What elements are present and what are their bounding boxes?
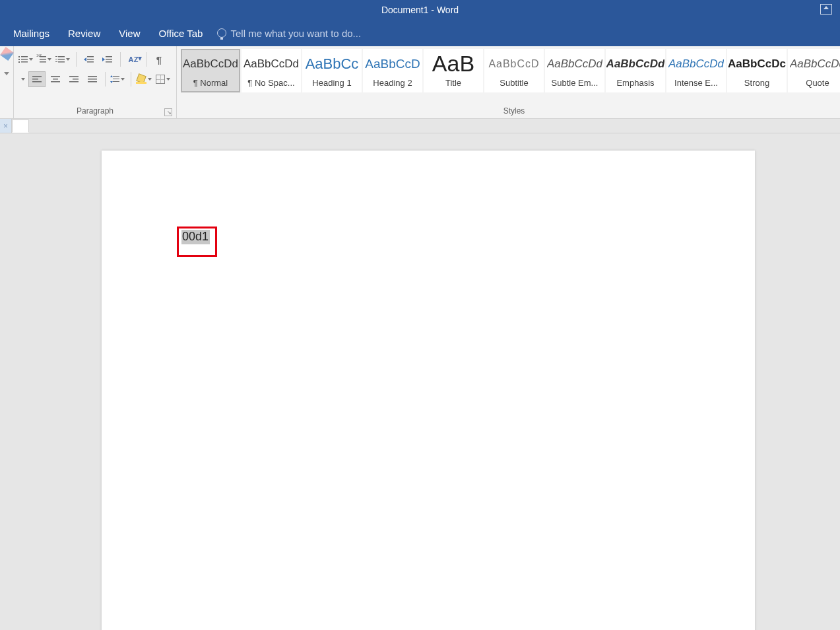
multilevel-list-icon [55, 55, 65, 63]
decrease-indent-button[interactable] [81, 52, 98, 67]
style-sample: AaBbCc [306, 54, 359, 74]
tab-mailings[interactable]: Mailings [4, 21, 59, 46]
style-tile[interactable]: AaBbCcDdSubtle Em... [545, 49, 604, 92]
style-tile[interactable]: AaBTitle [424, 49, 483, 92]
increase-indent-icon [103, 55, 112, 63]
bullets-icon [18, 55, 28, 63]
multilevel-list-button[interactable] [55, 52, 72, 67]
style-sample: AaBbCcDd [243, 54, 299, 74]
lightbulb-icon [217, 28, 226, 38]
style-sample: AaBbCcD [488, 54, 539, 74]
style-tile[interactable]: AaBbCcDcStrong [727, 49, 787, 92]
tab-review[interactable]: Review [59, 21, 110, 46]
format-painter-icon[interactable] [0, 47, 13, 61]
document-tab-strip: × [0, 119, 840, 133]
style-sample: AaBbCcD [365, 54, 420, 74]
document-canvas[interactable]: 00d1 [0, 133, 840, 630]
separator [76, 52, 77, 67]
style-name: Heading 1 [312, 78, 351, 88]
style-tile[interactable]: AaBbCcHeading 1 [302, 49, 362, 92]
selected-text[interactable]: 00d1 [181, 230, 210, 244]
window-title: Document1 - Word [381, 5, 459, 15]
style-tile[interactable]: AaBbCcDdIntense E... [666, 49, 726, 92]
ribbon-tabs: Mailings Review View Office Tab Tell me … [0, 20, 840, 46]
style-sample: AaB [432, 54, 474, 74]
style-name: Subtitle [500, 78, 528, 88]
sort-icon: A Z [129, 55, 139, 63]
style-name: Subtle Em... [552, 78, 598, 88]
tell-me-search[interactable]: Tell me what you want to do... [212, 28, 366, 39]
pilcrow-icon: ¶ [156, 54, 162, 65]
separator [146, 52, 146, 67]
increase-indent-button[interactable] [99, 52, 116, 67]
tab-office-tab[interactable]: Office Tab [149, 21, 212, 46]
style-tile[interactable]: AaBbCcDd¶ No Spac... [242, 49, 301, 92]
style-name: Emphasis [616, 78, 654, 88]
sort-button[interactable]: A Z [125, 52, 142, 67]
show-hide-marks-button[interactable]: ¶ [150, 52, 168, 67]
tab-view[interactable]: View [110, 21, 149, 46]
shading-icon [136, 75, 146, 84]
style-sample: AaBbCcDd [606, 54, 665, 74]
paragraph-more-dropdown[interactable] [18, 71, 27, 87]
paragraph-group-label: Paragraph ↘ [18, 104, 172, 117]
style-tile[interactable]: AaBbCcDdQuote [788, 49, 840, 92]
document-tab[interactable] [12, 120, 29, 133]
ribbon: A Z ¶ Paragraph ↘ AaBbCcDd¶ Nor [0, 46, 840, 119]
style-name: Strong [744, 78, 769, 88]
line-spacing-button[interactable] [110, 71, 127, 87]
separator [120, 52, 121, 67]
style-name: Intense E... [674, 78, 718, 88]
style-name: ¶ Normal [193, 78, 228, 88]
close-tab-button[interactable]: × [0, 119, 12, 133]
style-name: Title [445, 78, 461, 88]
paragraph-group: A Z ¶ Paragraph ↘ [14, 46, 177, 118]
style-name: ¶ No Spac... [247, 78, 294, 88]
tell-me-placeholder: Tell me what you want to do... [230, 28, 361, 39]
separator [131, 72, 131, 87]
style-sample: AaBbCcDd [790, 54, 840, 74]
align-left-button[interactable] [28, 71, 46, 87]
highlighted-region: 00d1 [177, 227, 217, 257]
borders-icon [156, 75, 165, 84]
clipboard-dropdown-icon[interactable] [4, 72, 9, 75]
clipboard-group-partial [0, 46, 14, 118]
align-justify-button[interactable] [84, 71, 101, 87]
align-center-icon [51, 75, 60, 83]
style-sample: AaBbCcDc [728, 54, 786, 74]
numbering-icon [37, 55, 46, 63]
numbering-button[interactable] [36, 52, 53, 67]
decrease-indent-icon [84, 55, 94, 63]
line-spacing-icon [110, 75, 119, 84]
style-tile[interactable]: AaBbCcDd¶ Normal [181, 49, 240, 92]
style-name: Heading 2 [373, 78, 412, 88]
borders-button[interactable] [155, 71, 172, 87]
paragraph-dialog-launcher-icon[interactable]: ↘ [164, 108, 172, 116]
align-justify-icon [88, 75, 97, 83]
align-right-button[interactable] [65, 71, 82, 87]
style-sample: AaBbCcDd [183, 54, 238, 74]
styles-group: AaBbCcDd¶ NormalAaBbCcDd¶ No Spac...AaBb… [177, 46, 840, 118]
style-sample: AaBbCcDd [547, 54, 602, 74]
bullets-button[interactable] [18, 52, 35, 67]
style-name: Quote [806, 78, 829, 88]
style-sample: AaBbCcDd [668, 54, 724, 74]
ribbon-display-options-icon[interactable] [820, 4, 832, 15]
page[interactable]: 00d1 [102, 151, 755, 630]
styles-group-label: Styles [181, 104, 840, 117]
align-left-icon [32, 75, 42, 83]
separator [105, 72, 106, 87]
style-tile[interactable]: AaBbCcDHeading 2 [363, 49, 422, 92]
close-icon: × [3, 122, 8, 131]
shading-button[interactable] [135, 71, 154, 87]
style-tile[interactable]: AaBbCcDSubtitle [484, 49, 544, 92]
style-tile[interactable]: AaBbCcDdEmphasis [606, 49, 665, 92]
align-center-button[interactable] [47, 71, 64, 87]
align-right-icon [69, 75, 79, 83]
title-bar: Document1 - Word [0, 0, 840, 20]
